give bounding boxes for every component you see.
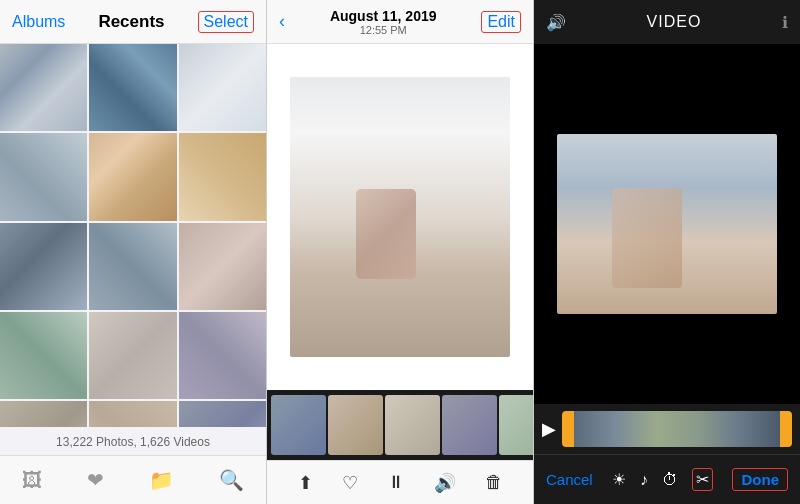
tab-for-you[interactable]: ❤ <box>87 468 104 492</box>
filmstrip <box>267 390 533 460</box>
photo-main-view[interactable] <box>267 44 533 390</box>
filmstrip-thumb[interactable] <box>328 395 383 455</box>
list-item[interactable] <box>179 312 266 399</box>
list-item[interactable] <box>89 401 176 427</box>
pause-icon[interactable]: ⏸ <box>387 472 405 493</box>
photo-date: August 11, 2019 <box>330 8 437 24</box>
list-item[interactable] <box>179 44 266 131</box>
tab-search[interactable]: 🔍 <box>219 468 244 492</box>
for-you-icon: ❤ <box>87 468 104 492</box>
panel-video-editor: 🔊 VIDEO ℹ ▶ Cancel ☀ ♪ ⏱ ✂ Done <box>534 0 800 504</box>
list-item[interactable] <box>0 133 87 220</box>
list-item[interactable] <box>0 401 87 427</box>
filmstrip-thumb[interactable] <box>499 395 533 455</box>
video-thumbnail <box>557 134 777 314</box>
video-editor-title: VIDEO <box>647 13 702 31</box>
list-item[interactable] <box>0 312 87 399</box>
back-chevron-icon[interactable]: ‹ <box>279 11 285 32</box>
trash-icon[interactable]: 🗑 <box>485 472 503 493</box>
list-item[interactable] <box>179 133 266 220</box>
timeline-handle-right[interactable] <box>780 411 792 447</box>
brightness-icon[interactable]: ☀ <box>612 470 626 489</box>
select-button[interactable]: Select <box>198 11 254 33</box>
video-editor-bottom-bar: Cancel ☀ ♪ ⏱ ✂ Done <box>534 454 800 504</box>
heart-icon[interactable]: ♡ <box>342 472 358 494</box>
edit-button[interactable]: Edit <box>481 11 521 33</box>
photo-controls: ⬆ ♡ ⏸ 🔊 🗑 <box>267 460 533 504</box>
panel2-date-center: August 11, 2019 12:55 PM <box>330 8 437 36</box>
timer-icon[interactable]: ⏱ <box>662 471 678 489</box>
play-button[interactable]: ▶ <box>542 418 556 440</box>
video-tools: ☀ ♪ ⏱ ✂ <box>612 468 713 491</box>
list-item[interactable] <box>89 312 176 399</box>
list-item[interactable]: 8:46 <box>179 401 266 427</box>
list-item[interactable] <box>89 223 176 310</box>
tab-albums[interactable]: 📁 <box>149 468 174 492</box>
search-icon: 🔍 <box>219 468 244 492</box>
crop-icon[interactable]: ✂ <box>692 468 713 491</box>
timeline-content <box>574 411 780 447</box>
photo-time: 12:55 PM <box>330 24 437 36</box>
panel-photo-detail: ‹ August 11, 2019 12:55 PM Edit ⬆ ♡ ⏸ 🔊 … <box>267 0 534 504</box>
albums-back-button[interactable]: Albums <box>12 13 65 31</box>
albums-icon: 📁 <box>149 468 174 492</box>
photo-count-text: 13,222 Photos, 1,626 Videos <box>0 427 266 455</box>
video-preview[interactable] <box>534 44 800 404</box>
tab-bar: 🖼 ❤ 📁 🔍 <box>0 455 266 504</box>
list-item[interactable] <box>89 133 176 220</box>
panel-recents: Albums Recents Select 8:46 13, <box>0 0 267 504</box>
timeline-track[interactable] <box>562 411 792 447</box>
music-icon[interactable]: ♪ <box>640 471 648 489</box>
photo-grid: 8:46 <box>0 44 266 427</box>
panel1-title: Recents <box>98 12 164 32</box>
photos-icon: 🖼 <box>22 469 42 492</box>
tab-photos[interactable]: 🖼 <box>22 469 42 492</box>
share-icon[interactable]: ⬆ <box>298 472 313 494</box>
speaker-icon[interactable]: 🔊 <box>434 472 456 494</box>
photo-image <box>290 77 510 357</box>
volume-icon[interactable]: 🔊 <box>546 13 566 32</box>
video-timeline: ▶ <box>534 404 800 454</box>
list-item[interactable] <box>179 223 266 310</box>
timeline-handle-left[interactable] <box>562 411 574 447</box>
done-button[interactable]: Done <box>732 468 788 491</box>
panel3-header: 🔊 VIDEO ℹ <box>534 0 800 44</box>
panel2-header: ‹ August 11, 2019 12:55 PM Edit <box>267 0 533 44</box>
info-icon[interactable]: ℹ <box>782 13 788 32</box>
cancel-button[interactable]: Cancel <box>546 471 593 488</box>
list-item[interactable] <box>89 44 176 131</box>
panel1-header: Albums Recents Select <box>0 0 266 44</box>
list-item[interactable] <box>0 44 87 131</box>
filmstrip-thumb[interactable] <box>385 395 440 455</box>
list-item[interactable] <box>0 223 87 310</box>
filmstrip-thumb[interactable] <box>442 395 497 455</box>
photo-grid-container: 8:46 <box>0 44 266 427</box>
filmstrip-thumb[interactable] <box>271 395 326 455</box>
